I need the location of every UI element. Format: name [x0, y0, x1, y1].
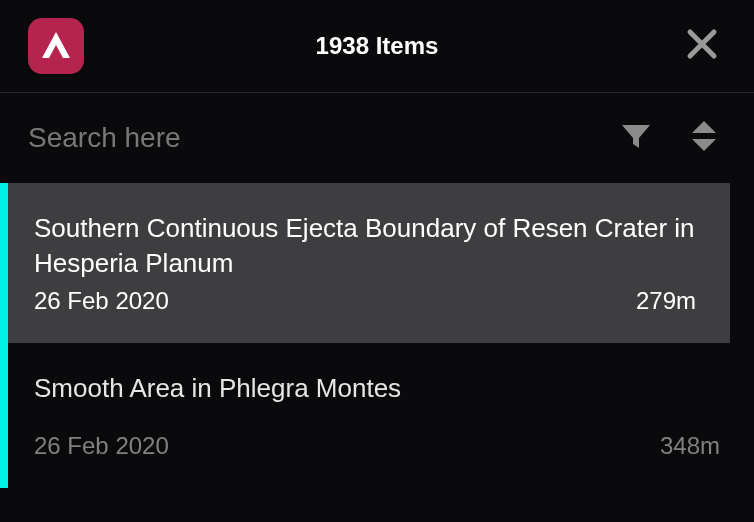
- app-header: 1938 Items: [0, 0, 754, 92]
- close-icon: [684, 26, 720, 62]
- logo-triangle-icon: [38, 28, 74, 64]
- sort-updown-icon: [686, 118, 722, 154]
- close-button[interactable]: [678, 20, 726, 72]
- app-logo: [28, 18, 84, 74]
- item-date: 26 Feb 2020: [34, 287, 169, 315]
- item-value: 348m: [660, 432, 720, 460]
- selection-accent: [0, 183, 8, 343]
- item-meta: 26 Feb 2020 279m: [34, 287, 696, 315]
- item-title: Southern Continuous Ejecta Boundary of R…: [34, 211, 696, 281]
- item-count-title: 1938 Items: [316, 32, 439, 60]
- sort-button[interactable]: [682, 114, 726, 162]
- item-title: Smooth Area in Phlegra Montes: [34, 371, 720, 406]
- list-item[interactable]: Smooth Area in Phlegra Montes 26 Feb 202…: [0, 343, 754, 488]
- list-item[interactable]: Southern Continuous Ejecta Boundary of R…: [0, 183, 730, 343]
- item-meta: 26 Feb 2020 348m: [34, 432, 720, 460]
- item-value: 279m: [636, 287, 696, 315]
- selection-accent: [0, 343, 8, 488]
- filter-button[interactable]: [614, 114, 658, 162]
- filter-icon: [618, 118, 654, 154]
- items-list: Southern Continuous Ejecta Boundary of R…: [0, 183, 754, 488]
- search-bar: [0, 93, 754, 183]
- item-date: 26 Feb 2020: [34, 432, 169, 460]
- search-input[interactable]: [28, 122, 614, 154]
